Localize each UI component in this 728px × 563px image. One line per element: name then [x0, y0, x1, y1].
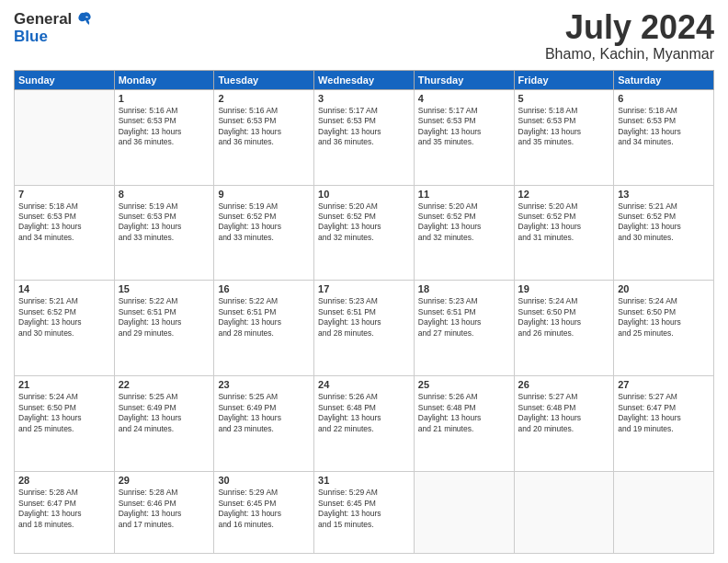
table-row: 24Sunrise: 5:26 AM Sunset: 6:48 PM Dayli…: [314, 376, 415, 472]
day-number: 16: [218, 283, 310, 294]
day-number: 18: [418, 283, 510, 294]
day-info: Sunrise: 5:27 AM Sunset: 6:47 PM Dayligh…: [618, 392, 710, 434]
day-info: Sunrise: 5:16 AM Sunset: 6:53 PM Dayligh…: [218, 106, 310, 148]
calendar-header-row: Sunday Monday Tuesday Wednesday Thursday…: [15, 70, 714, 89]
day-info: Sunrise: 5:18 AM Sunset: 6:53 PM Dayligh…: [518, 106, 610, 148]
day-info: Sunrise: 5:21 AM Sunset: 6:52 PM Dayligh…: [18, 296, 110, 339]
day-number: 27: [618, 379, 710, 390]
table-row: 20Sunrise: 5:24 AM Sunset: 6:50 PM Dayli…: [614, 281, 714, 376]
table-row: 27Sunrise: 5:27 AM Sunset: 6:47 PM Dayli…: [614, 376, 714, 472]
table-row: 6Sunrise: 5:18 AM Sunset: 6:53 PM Daylig…: [614, 89, 714, 185]
day-number: 3: [318, 93, 410, 104]
day-info: Sunrise: 5:29 AM Sunset: 6:45 PM Dayligh…: [318, 488, 410, 530]
day-info: Sunrise: 5:19 AM Sunset: 6:53 PM Dayligh…: [119, 201, 210, 244]
day-number: 24: [318, 379, 410, 390]
day-info: Sunrise: 5:24 AM Sunset: 6:50 PM Dayligh…: [618, 296, 710, 339]
table-row: 17Sunrise: 5:23 AM Sunset: 6:51 PM Dayli…: [314, 281, 415, 376]
day-number: 17: [318, 283, 410, 294]
day-info: Sunrise: 5:27 AM Sunset: 6:48 PM Dayligh…: [518, 392, 610, 434]
day-number: 13: [618, 189, 710, 200]
table-row: 2Sunrise: 5:16 AM Sunset: 6:53 PM Daylig…: [214, 89, 314, 185]
table-row: 11Sunrise: 5:20 AM Sunset: 6:52 PM Dayli…: [414, 185, 514, 281]
day-number: 29: [119, 475, 210, 486]
day-info: Sunrise: 5:16 AM Sunset: 6:53 PM Dayligh…: [119, 106, 210, 148]
day-info: Sunrise: 5:18 AM Sunset: 6:53 PM Dayligh…: [618, 106, 710, 148]
header-saturday: Saturday: [614, 70, 714, 89]
day-number: 12: [518, 189, 610, 200]
table-row: 10Sunrise: 5:20 AM Sunset: 6:52 PM Dayli…: [314, 185, 415, 281]
calendar-week-row: 7Sunrise: 5:18 AM Sunset: 6:53 PM Daylig…: [15, 185, 714, 281]
day-info: Sunrise: 5:21 AM Sunset: 6:52 PM Dayligh…: [618, 201, 710, 244]
day-info: Sunrise: 5:28 AM Sunset: 6:46 PM Dayligh…: [119, 488, 210, 530]
table-row: 8Sunrise: 5:19 AM Sunset: 6:53 PM Daylig…: [114, 185, 214, 281]
logo-bird-icon: [74, 9, 94, 29]
day-info: Sunrise: 5:25 AM Sunset: 6:49 PM Dayligh…: [218, 392, 310, 434]
header-monday: Monday: [114, 70, 214, 89]
day-number: 22: [119, 379, 210, 390]
day-number: 30: [218, 475, 310, 486]
logo: General Blue: [14, 9, 94, 46]
table-row: [414, 472, 514, 554]
table-row: 1Sunrise: 5:16 AM Sunset: 6:53 PM Daylig…: [114, 89, 214, 185]
day-number: 1: [119, 93, 210, 104]
day-number: 20: [618, 283, 710, 294]
day-info: Sunrise: 5:26 AM Sunset: 6:48 PM Dayligh…: [418, 392, 510, 434]
table-row: 9Sunrise: 5:19 AM Sunset: 6:52 PM Daylig…: [214, 185, 314, 281]
calendar-week-row: 21Sunrise: 5:24 AM Sunset: 6:50 PM Dayli…: [15, 376, 714, 472]
table-row: 29Sunrise: 5:28 AM Sunset: 6:46 PM Dayli…: [114, 472, 214, 554]
table-row: 25Sunrise: 5:26 AM Sunset: 6:48 PM Dayli…: [414, 376, 514, 472]
title-section: July 2024 Bhamo, Kachin, Myanmar: [545, 9, 714, 63]
table-row: 13Sunrise: 5:21 AM Sunset: 6:52 PM Dayli…: [614, 185, 714, 281]
day-number: 21: [18, 379, 110, 390]
day-info: Sunrise: 5:20 AM Sunset: 6:52 PM Dayligh…: [418, 201, 510, 244]
day-info: Sunrise: 5:29 AM Sunset: 6:45 PM Dayligh…: [218, 488, 310, 530]
day-number: 7: [18, 189, 110, 200]
calendar-week-row: 1Sunrise: 5:16 AM Sunset: 6:53 PM Daylig…: [15, 89, 714, 185]
table-row: 5Sunrise: 5:18 AM Sunset: 6:53 PM Daylig…: [514, 89, 614, 185]
table-row: 23Sunrise: 5:25 AM Sunset: 6:49 PM Dayli…: [214, 376, 314, 472]
table-row: 12Sunrise: 5:20 AM Sunset: 6:52 PM Dayli…: [514, 185, 614, 281]
day-number: 19: [518, 283, 610, 294]
table-row: 3Sunrise: 5:17 AM Sunset: 6:53 PM Daylig…: [314, 89, 415, 185]
table-row: [15, 89, 115, 185]
day-info: Sunrise: 5:19 AM Sunset: 6:52 PM Dayligh…: [218, 201, 310, 244]
table-row: 19Sunrise: 5:24 AM Sunset: 6:50 PM Dayli…: [514, 281, 614, 376]
day-number: 25: [418, 379, 510, 390]
header-thursday: Thursday: [414, 70, 514, 89]
day-number: 4: [418, 93, 510, 104]
day-number: 9: [218, 189, 310, 200]
day-info: Sunrise: 5:28 AM Sunset: 6:47 PM Dayligh…: [18, 488, 110, 530]
day-number: 31: [318, 475, 410, 486]
logo-blue: Blue: [14, 28, 48, 46]
table-row: [514, 472, 614, 554]
table-row: 26Sunrise: 5:27 AM Sunset: 6:48 PM Dayli…: [514, 376, 614, 472]
table-row: 15Sunrise: 5:22 AM Sunset: 6:51 PM Dayli…: [114, 281, 214, 376]
month-year-title: July 2024: [545, 9, 714, 46]
day-info: Sunrise: 5:23 AM Sunset: 6:51 PM Dayligh…: [418, 296, 510, 339]
table-row: 18Sunrise: 5:23 AM Sunset: 6:51 PM Dayli…: [414, 281, 514, 376]
header-sunday: Sunday: [15, 70, 115, 89]
day-info: Sunrise: 5:24 AM Sunset: 6:50 PM Dayligh…: [518, 296, 610, 339]
table-row: [614, 472, 714, 554]
calendar-week-row: 28Sunrise: 5:28 AM Sunset: 6:47 PM Dayli…: [15, 472, 714, 554]
table-row: 16Sunrise: 5:22 AM Sunset: 6:51 PM Dayli…: [214, 281, 314, 376]
table-row: 7Sunrise: 5:18 AM Sunset: 6:53 PM Daylig…: [15, 185, 115, 281]
day-info: Sunrise: 5:17 AM Sunset: 6:53 PM Dayligh…: [418, 106, 510, 148]
logo-general: General: [14, 10, 72, 29]
table-row: 14Sunrise: 5:21 AM Sunset: 6:52 PM Dayli…: [15, 281, 115, 376]
day-number: 10: [318, 189, 410, 200]
day-number: 8: [119, 189, 210, 200]
day-info: Sunrise: 5:17 AM Sunset: 6:53 PM Dayligh…: [318, 106, 410, 148]
table-row: 28Sunrise: 5:28 AM Sunset: 6:47 PM Dayli…: [15, 472, 115, 554]
day-number: 2: [218, 93, 310, 104]
day-info: Sunrise: 5:25 AM Sunset: 6:49 PM Dayligh…: [119, 392, 210, 434]
day-number: 26: [518, 379, 610, 390]
day-info: Sunrise: 5:22 AM Sunset: 6:51 PM Dayligh…: [119, 296, 210, 339]
day-number: 15: [119, 283, 210, 294]
calendar-week-row: 14Sunrise: 5:21 AM Sunset: 6:52 PM Dayli…: [15, 281, 714, 376]
table-row: 4Sunrise: 5:17 AM Sunset: 6:53 PM Daylig…: [414, 89, 514, 185]
table-row: 22Sunrise: 5:25 AM Sunset: 6:49 PM Dayli…: [114, 376, 214, 472]
page-header: General Blue July 2024 Bhamo, Kachin, My…: [14, 9, 714, 63]
day-info: Sunrise: 5:22 AM Sunset: 6:51 PM Dayligh…: [218, 296, 310, 339]
day-info: Sunrise: 5:26 AM Sunset: 6:48 PM Dayligh…: [318, 392, 410, 434]
